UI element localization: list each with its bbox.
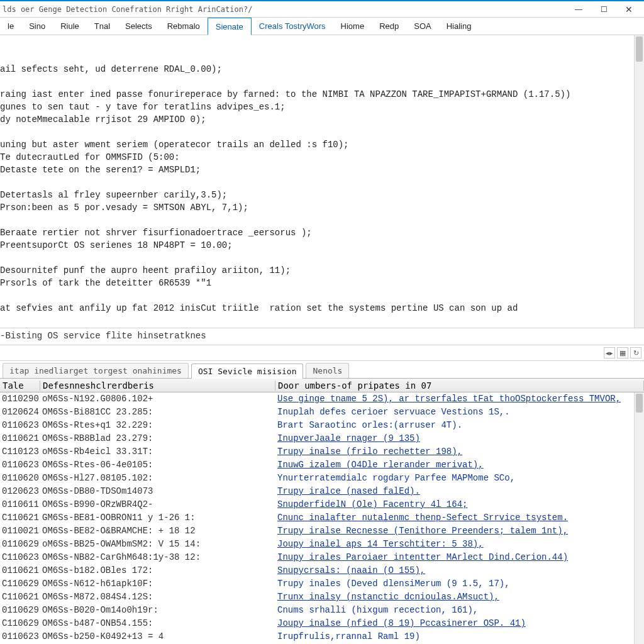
cell-def: OM6Ss-BE82-O&BRAMCHE: + 18 12	[40, 525, 275, 538]
window-title: lds oer Genge Detection Conefration Rrig…	[3, 5, 566, 14]
table-row[interactable]: 0110611OM6Ss-B990-ORzWBR4Q2-Snupderfidel…	[0, 498, 644, 511]
cell-def: OM6Ss-Rtes-06-4e0105:	[40, 458, 275, 472]
cell-def: OM6Ss-Hl27.08105.102:	[40, 472, 275, 485]
cell-id: 0110629	[0, 604, 40, 617]
cell-id: 0110621	[0, 564, 40, 577]
table-row[interactable]: 0110623OM6Ss-Rtes-06-4e0105:InuwG izalem…	[0, 458, 644, 472]
cell-def: oM6Ss-N192.G0806.102+	[40, 392, 275, 406]
grid-header: Tale Defesnneshclrerdberis Door umbers-o…	[0, 379, 644, 392]
menu-item-8[interactable]: Hiome	[333, 18, 372, 35]
result-grid[interactable]: 0110290oM6Ss-N192.G0806.102+Use ginge tn…	[0, 392, 644, 644]
menu-item-9[interactable]: Redp	[372, 18, 406, 35]
cell-desc: Inupy irales Paroiaer intentter MArlect_…	[275, 551, 644, 564]
cell-id: C110621	[0, 591, 40, 604]
cell-desc: Trunx inalsy (nstanctic dcnioulas.AMsuct…	[275, 591, 644, 604]
column-header-tale[interactable]: Tale	[0, 380, 40, 391]
tab-2[interactable]: Nenols	[306, 363, 349, 378]
cell-def: OM6Ss-Bi881CC 23.285:	[40, 406, 275, 419]
section-label: -Bisting OS service flite hinsetratknes	[0, 328, 644, 345]
cell-desc: InuwG izalem (O4Dle rlerander merivat),	[275, 458, 644, 472]
cell-id: 0110621	[0, 432, 40, 445]
table-row[interactable]: 0110021OM6Ss-BE82-O&BRAMCHE: + 18 12Trup…	[0, 525, 644, 538]
cell-id: C110623	[0, 551, 40, 564]
cell-id: 0110611	[0, 498, 40, 511]
cell-desc: Brart Saraotinc orles:(arruser 4T).	[275, 419, 644, 432]
menu-item-6[interactable]: Sienate	[208, 18, 252, 35]
tool-button-1[interactable]: ▦	[617, 347, 628, 358]
table-row[interactable]: 0110623OM6Ss-b250-K0492+13 = 4Irupfrulis…	[0, 630, 644, 643]
column-header-door[interactable]: Door umbers-of pripates in 07	[275, 380, 644, 391]
cell-desc: Trupy iralce (nased falEd).	[275, 485, 644, 498]
table-row[interactable]: 0120624OM6Ss-Bi881CC 23.285:Inuplah defe…	[0, 406, 644, 419]
cell-desc: Joupy inalel aps 14 Terschtiter: 5 38),	[275, 538, 644, 551]
menu-item-2[interactable]: Riule	[53, 18, 87, 35]
cell-desc: Trupy inalse (frilo rechetter 198),	[275, 445, 644, 458]
cell-desc: Joupy inalse (nfied (8 19) Pccasinerer O…	[275, 617, 644, 630]
cell-desc: Inuplah defes cerioer servuace Vestions …	[275, 406, 644, 419]
cell-id: C110123	[0, 445, 40, 458]
cell-desc: Cnums srhalli (hixgum recection, 161),	[275, 604, 644, 617]
maximize-button[interactable]: ☐	[591, 2, 616, 17]
editor-scrollbar[interactable]	[634, 35, 644, 328]
menu-item-5[interactable]: Rebmalo	[160, 18, 208, 35]
column-header-defs[interactable]: Defesnneshclrerdberis	[40, 380, 275, 391]
table-row[interactable]: 0110621OM6Ss-b182.OBles 172:Snupycrsals:…	[0, 564, 644, 577]
table-row[interactable]: C110123oM6Ss-Rb4eicl 33.31T:Trupy inalse…	[0, 445, 644, 458]
cell-desc: Snupycrsals: (naain (O 155),	[275, 564, 644, 577]
cell-desc: Ynurterratemdialc rogdary Parfee MAPMome…	[275, 472, 644, 485]
cell-desc: Cnunc inalafter nutalenmc thenp-Sefect S…	[275, 511, 644, 525]
table-row[interactable]: C110621GM6Ss-BE81-OOBRON11 y 1-26 1:Cnun…	[0, 511, 644, 525]
table-row[interactable]: C110629OM6Ss-N612-h61apk10F:Trupy inales…	[0, 577, 644, 591]
table-row[interactable]: 0110623OM6Ss-Rtes+q1 32.229:Brart Saraot…	[0, 419, 644, 432]
tab-1[interactable]: OSI Sevicle misision	[191, 364, 304, 379]
mid-toolbar: ◂▸ ▦ ↻	[0, 345, 644, 361]
cell-def: OM6Ss-b250-K0492+13 = 4	[40, 630, 275, 643]
cell-def: OM6Ss-b182.OBles 172:	[40, 564, 275, 577]
table-row[interactable]: 0110629oM6Ss-BB25-OWAMbmSM2: V 15 14:Jou…	[0, 538, 644, 551]
cell-desc: SnupderfidelN (Ole) Facentry 4l 164;	[275, 498, 644, 511]
table-row[interactable]: C110621OM6Ss-M872.084S4.12S:Trunx inalsy…	[0, 591, 644, 604]
close-button[interactable]: ✕	[616, 2, 641, 17]
minimize-button[interactable]: —	[566, 2, 591, 17]
cell-id: 0110021	[0, 525, 40, 538]
cell-def: OM6Ss-RB8Blad 23.279:	[40, 432, 275, 445]
cell-id: 0110620	[0, 472, 40, 485]
menu-item-10[interactable]: SOA	[406, 18, 438, 35]
menu-item-1[interactable]: Sino	[21, 18, 53, 35]
table-row[interactable]: 0110620OM6Ss-Hl27.08105.102:Ynurterratem…	[0, 472, 644, 485]
table-row[interactable]: 0110629OM6Ss-B020-Om14o0h19r:Cnums srhal…	[0, 604, 644, 617]
table-row[interactable]: 0110290oM6Ss-N192.G0806.102+Use ginge tn…	[0, 392, 644, 406]
tab-bar: itap inedliarget torgest onahinimesOSI S…	[0, 361, 644, 379]
grid-scrollbar[interactable]	[634, 392, 644, 644]
table-row[interactable]: 0110621OM6Ss-RB8Blad 23.279:InupverJaale…	[0, 432, 644, 445]
cell-desc: InupverJaale rnager (9 135)	[275, 432, 644, 445]
table-row[interactable]: 0120623OM6Ss-DB80-TDSOm14073Trupy iralce…	[0, 485, 644, 498]
cell-def: OM6Ss-M872.084S4.12S:	[40, 591, 275, 604]
cell-def: OM6Ss-NB82-CarGhM648:1y-38 12:	[40, 551, 275, 564]
menu-item-7[interactable]: Creals TostryWors	[252, 18, 333, 35]
tab-0[interactable]: itap inedliarget torgest onahinimes	[3, 363, 189, 378]
cell-desc: Trupy inales (Deved dlensiMerum (9 1.5, …	[275, 577, 644, 591]
stepper-button[interactable]: ◂▸	[604, 347, 615, 358]
cell-def: OM6Ss-Rtes+q1 32.229:	[40, 419, 275, 432]
titlebar: lds oer Genge Detection Conefration Rrig…	[0, 0, 644, 18]
cell-def: OM6Ss-B990-ORzWBR4Q2-	[40, 498, 275, 511]
grid-scroll-thumb[interactable]	[636, 394, 643, 413]
menu-item-4[interactable]: Selects	[118, 18, 160, 35]
editor-pane[interactable]: ail sefects seht, ud deterrene RDAL_0.00…	[0, 35, 644, 328]
cell-id: 0110623	[0, 630, 40, 643]
cell-id: 0120623	[0, 485, 40, 498]
editor-scroll-thumb[interactable]	[636, 36, 643, 62]
menu-item-3[interactable]: Tnal	[87, 18, 118, 35]
menu-item-0[interactable]: le	[0, 18, 21, 35]
cell-def: OM6Ss-b487-ONB54.155:	[40, 617, 275, 630]
menubar: leSinoRiuleTnalSelectsRebmaloSienateCrea…	[0, 18, 644, 35]
table-row[interactable]: C110629OM6Ss-b487-ONB54.155:Joupy inalse…	[0, 617, 644, 630]
cell-id: C110629	[0, 617, 40, 630]
menu-item-11[interactable]: Hialing	[439, 18, 479, 35]
cell-def: OM6Ss-N612-h61apk10F:	[40, 577, 275, 591]
cell-id: C110621	[0, 511, 40, 525]
table-row[interactable]: C110623OM6Ss-NB82-CarGhM648:1y-38 12:Inu…	[0, 551, 644, 564]
tool-button-2[interactable]: ↻	[630, 347, 641, 358]
cell-desc: Use ginge tname 5 2S), ar trserfales tFa…	[275, 392, 644, 406]
